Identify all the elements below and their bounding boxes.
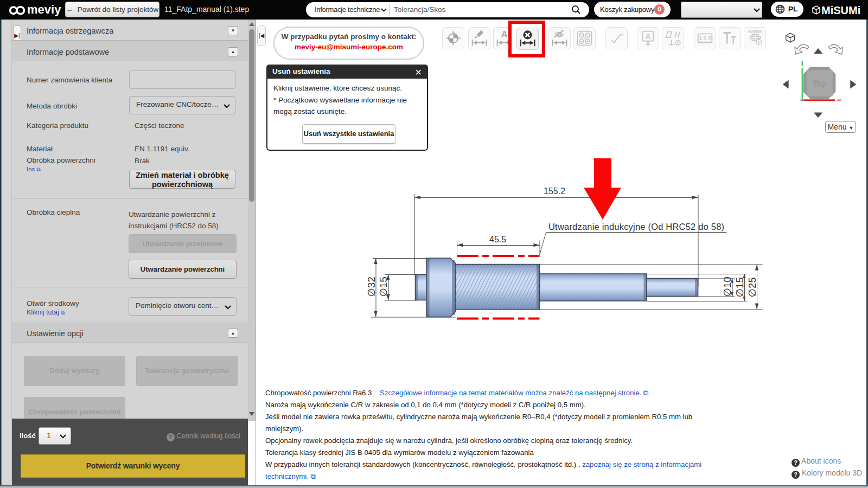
svg-text:Utwardzanie indukcyjne (Od HRC: Utwardzanie indukcyjne (Od HRC52 do 58) <box>548 222 724 232</box>
svg-text:∅15: ∅15 <box>378 277 389 297</box>
svg-text:6VIEWS: 6VIEWS <box>748 30 762 34</box>
svg-text:1 2 3: 1 2 3 <box>699 35 711 41</box>
svg-text:∅32: ∅32 <box>366 277 377 297</box>
svg-text:∅10: ∅10 <box>722 277 733 297</box>
svg-text:A: A <box>646 33 651 41</box>
svg-text:A: A <box>501 29 508 39</box>
svg-text:∅25: ∅25 <box>746 277 758 297</box>
svg-text:Top: Top <box>813 79 826 88</box>
svg-text:155.2: 155.2 <box>544 187 565 196</box>
svg-text:45.5: 45.5 <box>489 235 506 244</box>
svg-text:∅15: ∅15 <box>734 277 745 297</box>
